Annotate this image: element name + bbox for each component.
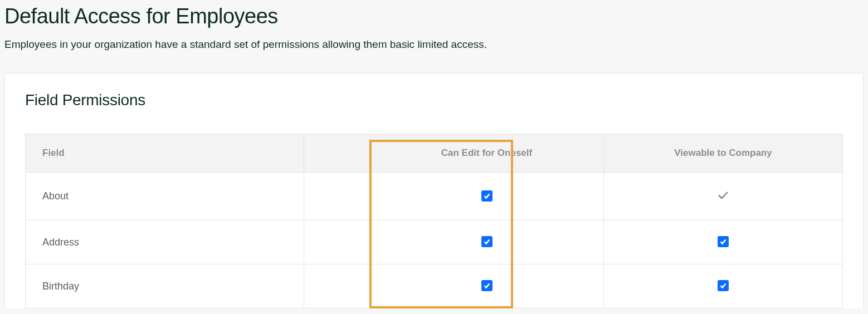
header-can-edit: Can Edit for Oneself [370,134,604,173]
field-label: About [26,173,304,220]
check-icon [716,188,730,202]
page-title: Default Access for Employees [4,4,864,28]
checkbox-can-edit-about[interactable] [481,190,492,202]
spacer-cell [304,264,370,308]
section-title: Field Permissions [25,91,843,109]
checkbox-can-edit-address[interactable] [481,236,492,247]
table-row: Birthday [26,264,843,308]
spacer-cell [304,220,370,264]
field-label: Birthday [26,264,304,308]
header-spacer [304,134,370,173]
field-permissions-card: Field Permissions Field Can Edit for One… [4,73,864,308]
checkbox-viewable-address[interactable] [718,236,729,247]
spacer-cell [304,173,370,220]
table-row: Address [26,220,843,264]
header-field: Field [26,134,304,173]
page-subtitle: Employees in your organization have a st… [4,38,864,51]
header-viewable: Viewable to Company [604,134,843,173]
checkbox-viewable-birthday[interactable] [718,280,729,291]
permissions-table: Field Can Edit for Oneself Viewable to C… [25,134,843,308]
table-row: About [26,173,843,220]
checkbox-can-edit-birthday[interactable] [481,280,492,291]
field-label: Address [26,220,304,264]
